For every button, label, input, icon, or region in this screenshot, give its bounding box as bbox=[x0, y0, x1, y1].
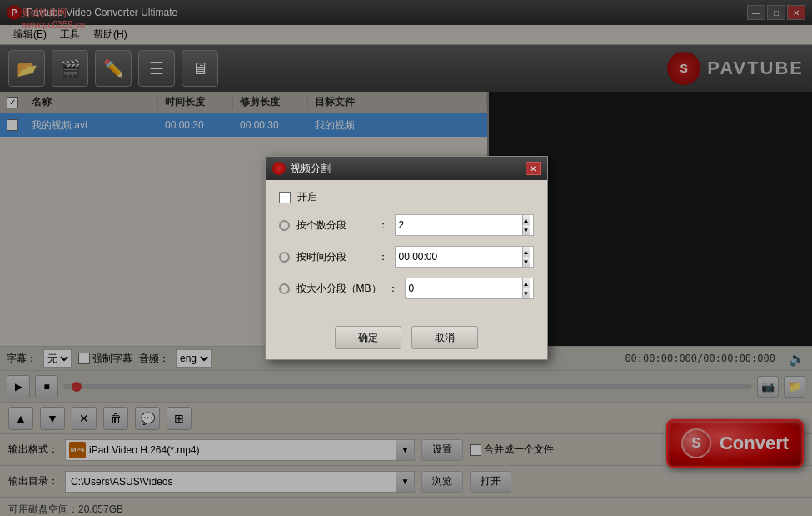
option2-colon: ： bbox=[378, 250, 388, 264]
option3-row: 按大小分段（MB） ： 0 ▲ ▼ bbox=[279, 278, 534, 299]
option1-spinner: ▲ ▼ bbox=[522, 215, 530, 235]
video-split-modal: 视频分割 ✕ 开启 按个数分段 ： 2 ▲ ▼ bbox=[265, 156, 548, 360]
option3-input[interactable]: 0 ▲ ▼ bbox=[405, 278, 534, 299]
modal-footer: 确定 取消 bbox=[266, 319, 547, 359]
option3-radio-circle[interactable] bbox=[279, 283, 290, 294]
cancel-button[interactable]: 取消 bbox=[411, 326, 478, 349]
option3-radio bbox=[279, 283, 290, 294]
option2-value: 00:00:00 bbox=[399, 251, 522, 263]
modal-close-button[interactable]: ✕ bbox=[526, 162, 541, 175]
option3-spinner-up[interactable]: ▲ bbox=[523, 278, 530, 288]
option2-radio-circle[interactable] bbox=[279, 252, 290, 263]
modal-overlay: 视频分割 ✕ 开启 按个数分段 ： 2 ▲ ▼ bbox=[0, 0, 812, 516]
option1-spinner-down[interactable]: ▼ bbox=[523, 225, 530, 235]
option2-input[interactable]: 00:00:00 ▲ ▼ bbox=[395, 246, 534, 268]
option3-spinner: ▲ ▼ bbox=[522, 278, 530, 298]
option2-radio bbox=[279, 252, 290, 263]
option1-input[interactable]: 2 ▲ ▼ bbox=[395, 214, 534, 236]
modal-title-icon bbox=[272, 162, 286, 175]
enable-checkbox[interactable] bbox=[279, 192, 291, 203]
enable-row: 开启 bbox=[279, 190, 534, 204]
option1-row: 按个数分段 ： 2 ▲ ▼ bbox=[279, 214, 534, 236]
modal-titlebar: 视频分割 ✕ bbox=[266, 157, 547, 180]
option1-label: 按个数分段 bbox=[296, 218, 371, 233]
option2-spinner-down[interactable]: ▼ bbox=[523, 257, 530, 267]
option1-radio-circle[interactable] bbox=[279, 220, 290, 231]
ok-button[interactable]: 确定 bbox=[335, 326, 401, 349]
option3-value: 0 bbox=[409, 283, 522, 294]
modal-title: 视频分割 bbox=[291, 162, 526, 176]
option2-label: 按时间分段 bbox=[296, 250, 371, 264]
option3-label: 按大小分段（MB） bbox=[296, 282, 381, 296]
option1-value: 2 bbox=[399, 219, 522, 231]
option1-colon: ： bbox=[378, 218, 388, 233]
option1-spinner-up[interactable]: ▲ bbox=[523, 215, 530, 225]
option1-radio bbox=[279, 220, 290, 231]
enable-label: 开启 bbox=[297, 190, 317, 204]
option2-spinner: ▲ ▼ bbox=[522, 247, 530, 267]
option3-spinner-down[interactable]: ▼ bbox=[523, 288, 530, 298]
option3-colon: ： bbox=[388, 282, 398, 296]
option2-row: 按时间分段 ： 00:00:00 ▲ ▼ bbox=[279, 246, 534, 268]
option2-spinner-up[interactable]: ▲ bbox=[523, 247, 530, 257]
modal-body: 开启 按个数分段 ： 2 ▲ ▼ bbox=[266, 180, 547, 319]
